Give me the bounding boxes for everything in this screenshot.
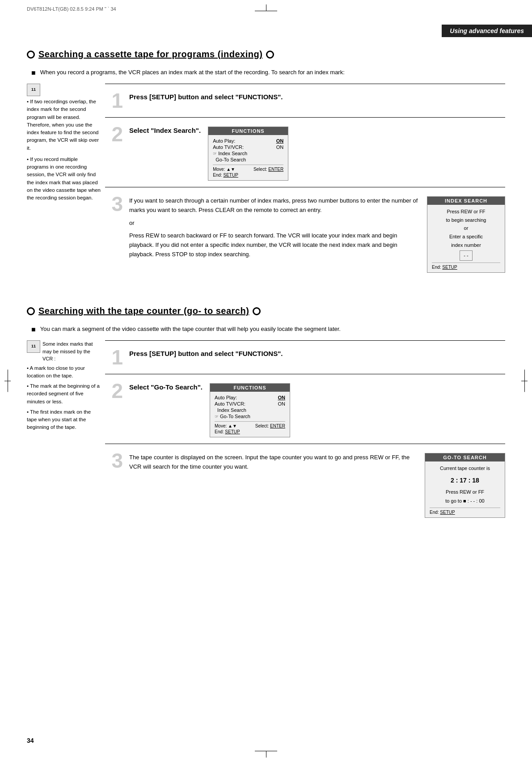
- section2-step2-title-area: Select "Go-To Search".: [129, 383, 203, 393]
- section2-circle-icon: [27, 307, 35, 315]
- section2-step1-row: 1 Press [SETUP] button and select "FUNCT…: [105, 340, 505, 374]
- section2-intro-bullet: ■: [31, 324, 36, 335]
- functions-box-footer: Move: ▲▼ Select: ENTER: [213, 167, 283, 172]
- functions2-row-1: Auto Play: ON: [215, 394, 285, 401]
- section2-note-b2: • The mark at the beginning of a recorde…: [27, 382, 101, 406]
- section2-step3-with-box: The tape counter is displayed on the scr…: [129, 453, 505, 518]
- section2-step2-title: Select "Go-To Search".: [129, 383, 203, 391]
- index-line-4: Enter a specific: [432, 233, 500, 241]
- intro-text: When you record a programs, the VCR plac…: [40, 68, 345, 78]
- section2-note-intro: Some index marks that may be missed by t…: [42, 340, 101, 363]
- section1-sidebar-note: • If two recordings overlap, the index m…: [27, 84, 105, 279]
- section-label: Using advanced features: [442, 25, 532, 37]
- section2-step2-content: Select "Go-To Search". FUNCTIONS Auto Pl…: [129, 381, 505, 437]
- go-to-search-box: GO-TO SEARCH Current tape counter is 2 :…: [425, 453, 505, 518]
- section2-cam-icon: [27, 340, 40, 353]
- functions-box2: FUNCTIONS Auto Play: ON Auto TV/VCR: ON: [210, 383, 290, 437]
- section1-title-row: Searching a cassette tape for programs (…: [27, 49, 505, 59]
- step2-content: Select "Index Search". FUNCTIONS Auto Pl…: [129, 124, 505, 181]
- page-number: 34: [27, 737, 34, 744]
- goto-line-3: Press REW or FF: [430, 488, 500, 497]
- step2-title: Select "Index Search".: [129, 127, 201, 134]
- meta-text: DV6T812N-LT(GB) 02.8.5 9:24 PM ˜ ` 34: [27, 6, 116, 12]
- section2-note-b3: • The first index mark on the tape when …: [27, 408, 101, 432]
- functions-box-title: FUNCTIONS: [208, 127, 288, 135]
- section2-step1-content: Press [SETUP] button and select "FUNCTIO…: [129, 347, 505, 359]
- section1-circle-icon: [27, 51, 35, 59]
- section2-step2-num: 2: [105, 381, 123, 401]
- goto-box-divider: [430, 508, 500, 508]
- section2-intro: ■ You can mark a segment of the video ca…: [27, 324, 505, 335]
- functions-row-4: Go-To Search: [213, 157, 283, 163]
- section1-title: Searching a cassette tape for programs (…: [38, 49, 262, 59]
- section2-step1-title: Press [SETUP] button and select "FUNCTIO…: [129, 350, 505, 357]
- index-line-2: to begin searching: [432, 216, 500, 224]
- left-crosshair: [4, 381, 11, 381]
- index-search-box: INDEX SEARCH Press REW or FF to begin se…: [427, 196, 505, 273]
- step3-body-p1: If you want to search through a certain …: [129, 196, 420, 215]
- functions2-row-2: Auto TV/VCR: ON: [215, 401, 285, 407]
- index-search-box-content: Press REW or FF to begin searching or En…: [432, 207, 500, 261]
- functions-row-2: Auto TV/VCR: ON: [213, 144, 283, 150]
- section2-step3-num: 3: [105, 450, 123, 471]
- section2-main-layout: Some index marks that may be missed by t…: [27, 340, 505, 524]
- top-crosshair: [255, 4, 277, 11]
- index-box-divider: [432, 262, 500, 263]
- step3-with-box: If you want to search through a certain …: [129, 196, 505, 273]
- step2-with-box: Select "Index Search". FUNCTIONS Auto Pl…: [129, 127, 505, 181]
- functions2-row-4: ☞ Go-To Search: [215, 413, 285, 419]
- index-line-1: Press REW or FF: [432, 207, 500, 216]
- section2-note-icon-row: Some index marks that may be missed by t…: [27, 340, 101, 363]
- section2-steps: 1 Press [SETUP] button and select "FUNCT…: [105, 340, 505, 524]
- functions2-box-divider: [215, 421, 285, 422]
- section2-step3-body: The tape counter is displayed on the scr…: [129, 453, 418, 472]
- functions-box-divider: [213, 165, 283, 165]
- section1-steps: 1 Press [SETUP] button and select "FUNCT…: [105, 84, 505, 279]
- section1-intro: ■ When you record a programs, the VCR pl…: [27, 68, 505, 78]
- section2-sidebar-note: Some index marks that may be missed by t…: [27, 340, 105, 524]
- section2-title-row: Searching with the tape counter (go- to …: [27, 306, 505, 316]
- section2-end-circle-icon: [253, 307, 261, 315]
- step2-num: 2: [105, 124, 123, 144]
- step1-row: 1 Press [SETUP] button and select "FUNCT…: [105, 84, 505, 117]
- index-line-3: or: [432, 224, 500, 233]
- goto-line-4: to go to ■ : - - : 00: [430, 497, 500, 506]
- bottom-crosshair: [255, 751, 277, 758]
- step3-num: 3: [105, 194, 123, 214]
- functions-box-end: End: SETUP: [213, 173, 283, 178]
- go-to-box-title: GO-TO SEARCH: [425, 453, 505, 461]
- functions2-row-3: Index Search: [215, 407, 285, 413]
- cam-icon: [27, 84, 40, 96]
- intro-bullet: ■: [31, 68, 36, 78]
- section1-main-layout: • If two recordings overlap, the index m…: [27, 84, 505, 279]
- section1-end-circle-icon: [266, 51, 274, 59]
- index-line-5: index number: [432, 241, 500, 250]
- functions-box2-title: FUNCTIONS: [210, 384, 290, 392]
- section2-step3-content: The tape counter is displayed on the scr…: [129, 450, 505, 518]
- go-to-box-content: Current tape counter is 2 : 17 : 18 Pres…: [430, 464, 500, 506]
- section2-step3-text-area: The tape counter is displayed on the scr…: [129, 453, 418, 472]
- goto-line-1: Current tape counter is: [430, 464, 500, 473]
- note-icon-row: [27, 84, 101, 96]
- goto-box-end: End: SETUP: [430, 510, 500, 515]
- functions-row-1: Auto Play: ON: [213, 138, 283, 144]
- right-crosshair: [521, 381, 528, 381]
- header-meta: DV6T812N-LT(GB) 02.8.5 9:24 PM ˜ ` 34: [27, 6, 116, 12]
- goto-counter: 2 : 17 : 18: [430, 475, 500, 486]
- step1-content: Press [SETUP] button and select "FUNCTIO…: [129, 90, 505, 102]
- step3-body-p2: Press REW to search backward or FF to se…: [129, 231, 420, 259]
- section2-note-b1: • A mark too close to your location on t…: [27, 364, 101, 380]
- step1-num: 1: [105, 90, 123, 111]
- functions-row-3: ☞ Index Search: [213, 150, 283, 157]
- section2-step3-row: 3 The tape counter is displayed on the s…: [105, 444, 505, 524]
- index-number-display: - -: [460, 250, 472, 261]
- step3-text-area: If you want to search through a certain …: [129, 196, 420, 259]
- step2-row: 2 Select "Index Search". FUNCTIONS Auto …: [105, 117, 505, 187]
- index-search-box-title: INDEX SEARCH: [427, 197, 505, 205]
- functions2-box-footer: Move: ▲▼ Select: ENTER: [215, 423, 285, 428]
- section2-title: Searching with the tape counter (go- to …: [38, 306, 249, 316]
- step2-title-area: Select "Index Search".: [129, 127, 201, 136]
- step3-content: If you want to search through a certain …: [129, 194, 505, 273]
- step3-or: or: [129, 219, 420, 228]
- functions-box: FUNCTIONS Auto Play: ON Auto TV/VCR: ON: [208, 127, 288, 181]
